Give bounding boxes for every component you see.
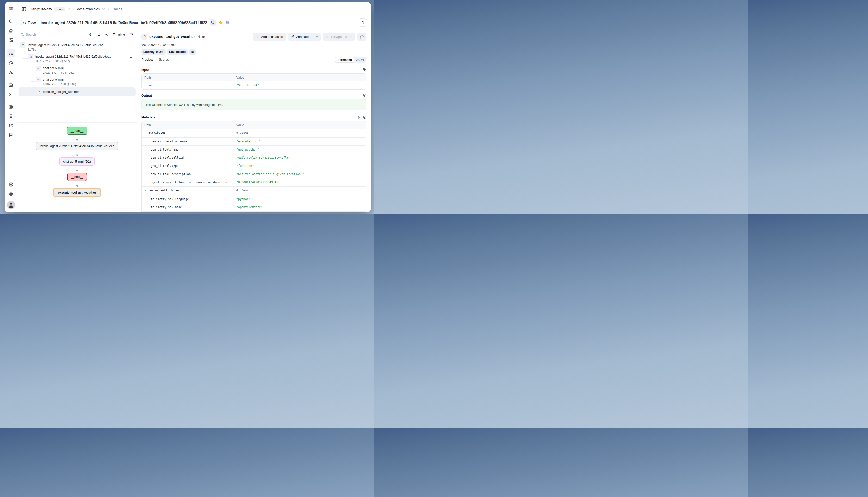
settings-icon bbox=[9, 182, 13, 187]
annotate-split-button: Annotate bbox=[288, 33, 321, 41]
graph-node[interactable]: invoke_agent 232de211-7fcf-45c8-b415-6af… bbox=[36, 142, 119, 150]
tree-item[interactable]: invoke_agent 232de211-7fcf-45c8-b415-6af… bbox=[17, 41, 137, 53]
value-cell: "Seattle, WA" bbox=[236, 83, 363, 87]
expand-section-icon[interactable] bbox=[357, 68, 360, 72]
tree-item[interactable]: chat gpt-5-mini8.86s 217 → 380 (∑ 597) bbox=[17, 76, 137, 87]
sidebar-item-settings[interactable] bbox=[7, 181, 15, 188]
path-cell: gen_ai.operation.name bbox=[144, 140, 236, 144]
org-name[interactable]: langfuse-dev bbox=[31, 7, 52, 11]
metadata-row: telemetry.sdk.version"1.36.0" bbox=[141, 211, 366, 212]
metadata-row: gen_ai.tool.description"Get the weather … bbox=[141, 170, 366, 178]
sidebar-item-datasets[interactable] bbox=[7, 131, 15, 139]
public-globe-icon[interactable] bbox=[225, 20, 230, 25]
sidebar-item-evaluations[interactable] bbox=[7, 103, 15, 111]
collapse-all-icon[interactable] bbox=[88, 33, 92, 37]
copy-icon[interactable] bbox=[363, 68, 367, 72]
breadcrumb: langfuse-dev Team / docs-examples / Trac… bbox=[17, 2, 371, 16]
tree-item[interactable]: invoke_agent 232de211-7fcf-45c8-b415-6af… bbox=[17, 53, 137, 65]
sidebar-item-insights[interactable] bbox=[7, 113, 15, 120]
tag-button[interactable] bbox=[210, 19, 216, 26]
sidebar-item-prompts[interactable] bbox=[7, 81, 15, 89]
nav-rail bbox=[5, 2, 17, 212]
graph-node[interactable]: chat gpt-5-mini (2/2) bbox=[59, 157, 95, 166]
collapse-section-icon[interactable] bbox=[357, 116, 360, 119]
timeline-toggle[interactable]: Timeline bbox=[113, 33, 125, 36]
bookmark-star-icon[interactable] bbox=[219, 20, 223, 25]
sidebar-item-home[interactable] bbox=[7, 27, 15, 34]
copy-icon[interactable] bbox=[363, 94, 367, 97]
sidebar-item-support[interactable] bbox=[7, 190, 15, 197]
sidebar-item-users[interactable] bbox=[7, 69, 15, 76]
chevron-down-icon[interactable] bbox=[129, 44, 133, 49]
delete-trace-button[interactable] bbox=[359, 18, 367, 27]
sidebar-item-search[interactable] bbox=[7, 17, 15, 25]
graph-edge-arrow bbox=[75, 166, 79, 172]
input-table: Path Value location"Seattle, WA" bbox=[141, 73, 367, 89]
metadata-row: telemetry.sdk.language"python" bbox=[141, 195, 366, 203]
graph-edge-arrow bbox=[75, 151, 79, 157]
span-timestamp: 2025-10-16 14:20:36.996 bbox=[141, 43, 367, 47]
format-json[interactable]: JSON bbox=[354, 57, 366, 62]
insights-icon bbox=[9, 114, 13, 118]
graph-node[interactable]: __start__ bbox=[67, 127, 87, 135]
breadcrumb-separator: / bbox=[73, 7, 74, 12]
tree-item[interactable]: execute_tool get_weather bbox=[18, 87, 136, 96]
copy-id-button[interactable]: ID bbox=[198, 35, 205, 38]
generation-span-icon bbox=[36, 66, 41, 71]
plus-icon bbox=[256, 35, 260, 39]
detail-header: execute_tool get_weather ID Add to datas… bbox=[137, 29, 371, 55]
add-to-datasets-button[interactable]: Add to datasets bbox=[253, 33, 286, 41]
breadcrumb-separator: / bbox=[108, 7, 109, 12]
path-cell: agent_framework.function.invocation.dura… bbox=[144, 180, 236, 184]
section-link-traces[interactable]: Traces bbox=[112, 7, 122, 11]
info-badge[interactable] bbox=[189, 49, 196, 55]
sidebar-item-tracing[interactable] bbox=[7, 49, 15, 57]
tree-item-title: invoke_agent 232de211-7fcf-45c8-b415-6af… bbox=[35, 54, 111, 59]
users-icon bbox=[9, 70, 13, 75]
sidebar-item-dashboards[interactable] bbox=[7, 36, 15, 43]
value-cell: "get_weather" bbox=[236, 148, 363, 152]
tab-scores[interactable]: Scores bbox=[159, 58, 169, 63]
sidebar-toggle-icon[interactable] bbox=[22, 7, 26, 12]
format-formatted[interactable]: Formatted bbox=[335, 57, 354, 62]
tree-item-title: execute_tool get_weather bbox=[43, 89, 79, 94]
trace-header: Trace invoke_agent 232de211-7fcf-45c8-b4… bbox=[17, 16, 371, 29]
sidebar-item-sessions[interactable] bbox=[7, 59, 15, 67]
chevron-down-icon[interactable] bbox=[144, 131, 147, 136]
chevron-down-icon[interactable] bbox=[144, 189, 147, 193]
playground-button[interactable]: Playground bbox=[323, 33, 355, 41]
graph-node[interactable]: execute_tool get_weather bbox=[53, 188, 101, 197]
output-text: The weather in Seattle, WA is sunny with… bbox=[141, 99, 367, 111]
langfuse-logo-icon[interactable] bbox=[8, 5, 14, 11]
collapse-panel-icon[interactable] bbox=[129, 33, 133, 37]
tree-item[interactable]: chat gpt-5-mini2.92s 171 → 90 (∑ 261) bbox=[17, 65, 137, 76]
metadata-row: telemetry.sdk.name"opentelemetry" bbox=[141, 203, 366, 211]
chevron-down-icon bbox=[316, 35, 319, 39]
metadata-row: gen_ai.tool.type"function" bbox=[141, 162, 366, 170]
annotate-dropdown-chevron[interactable] bbox=[313, 33, 321, 41]
value-cell: "python" bbox=[236, 197, 363, 201]
terminal-icon bbox=[326, 35, 329, 39]
project-switcher-chevron-icon[interactable] bbox=[102, 8, 105, 11]
metadata-row: attributes6 items bbox=[141, 129, 366, 137]
sidebar-item-annotations[interactable] bbox=[7, 122, 15, 129]
value-cell: 6 items bbox=[236, 131, 363, 136]
span-tree: invoke_agent 232de211-7fcf-45c8-b415-6af… bbox=[17, 40, 137, 123]
tab-preview[interactable]: Preview bbox=[141, 58, 153, 63]
prompts-icon bbox=[9, 83, 13, 87]
tree-search-input[interactable] bbox=[26, 33, 85, 36]
chevron-down-icon[interactable] bbox=[129, 56, 133, 60]
copy-icon[interactable] bbox=[363, 116, 367, 119]
user-avatar[interactable] bbox=[8, 201, 15, 209]
sidebar-item-playground[interactable] bbox=[7, 91, 15, 98]
latency-badge: Latency: 0.00s bbox=[141, 49, 166, 55]
org-switcher-chevron-icon[interactable] bbox=[67, 8, 70, 11]
graph-node[interactable]: __end__ bbox=[67, 173, 87, 181]
download-icon[interactable] bbox=[104, 33, 108, 37]
value-cell: "call_PsylzxTpQh4i0OIJ3t0x8flr" bbox=[236, 156, 363, 160]
view-settings-icon[interactable] bbox=[96, 33, 100, 37]
format-toggle: Formatted JSON bbox=[335, 57, 367, 63]
project-name[interactable]: docs-examples bbox=[77, 7, 100, 11]
annotate-button[interactable]: Annotate bbox=[288, 33, 312, 41]
comments-button[interactable] bbox=[357, 33, 367, 41]
